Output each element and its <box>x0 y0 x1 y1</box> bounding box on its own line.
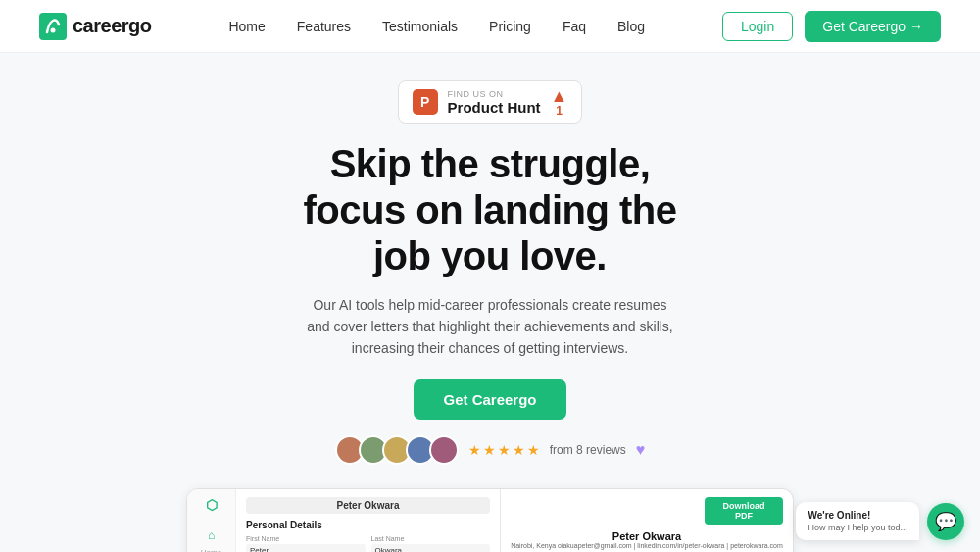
svg-point-1 <box>51 27 56 32</box>
logo-text: careergo <box>73 15 152 37</box>
form-section-title: Personal Details <box>246 520 490 530</box>
nav-blog[interactable]: Blog <box>617 19 645 34</box>
headline-line3: job you love. <box>373 234 607 277</box>
last-name-field: Last Name Okwara <box>371 535 491 552</box>
chat-bubble-text: How may I help you tod... <box>808 523 907 532</box>
preview-form-content: Peter Okwara Personal Details First Name… <box>236 489 500 552</box>
product-hunt-badge[interactable]: P FIND US ON Product Hunt ▲ 1 <box>398 80 583 124</box>
nav-actions: Login Get Careergo → <box>722 11 941 42</box>
form-name-row: First Name Peter Last Name Okwara <box>246 535 490 552</box>
preview-form-panel: ⬡ ⌂ Home 📄 Resumes 📝 Cover Peter Okwara … <box>187 489 501 552</box>
hero-subtext: Our AI tools help mid-career professiona… <box>304 294 676 360</box>
svg-rect-0 <box>39 13 67 40</box>
ph-vote-section: ▲ 1 <box>551 87 568 117</box>
first-name-field: First Name Peter <box>246 535 366 552</box>
hero-cta-button[interactable]: Get Careergo <box>414 379 565 420</box>
nav-faq[interactable]: Faq <box>563 19 586 34</box>
product-hunt-text: FIND US ON Product Hunt <box>448 89 541 116</box>
login-button[interactable]: Login <box>722 12 793 41</box>
nav-links: Home Features Testimonials Pricing Faq B… <box>228 19 645 34</box>
first-name-input[interactable]: Peter <box>246 544 366 552</box>
hero-section: P FIND US ON Product Hunt ▲ 1 Skip the s… <box>0 53 980 488</box>
star-2: ★ <box>483 442 496 458</box>
star-4: ★ <box>513 442 525 458</box>
nav-home[interactable]: Home <box>228 19 265 34</box>
reviews-text: from 8 reviews <box>550 443 626 457</box>
avatar <box>429 435 459 465</box>
headline-line1: Skip the struggle, <box>330 142 651 185</box>
nav-testimonials[interactable]: Testimonials <box>382 19 458 34</box>
logo-icon <box>39 13 67 40</box>
star-5: ★ <box>527 442 540 458</box>
preview-resume-panel: Download PDF Peter Okwara Nairobi, Kenya… <box>501 489 793 552</box>
chat-bubble-title: We're Online! <box>808 510 907 521</box>
app-preview: ⬡ ⌂ Home 📄 Resumes 📝 Cover Peter Okwara … <box>186 488 794 552</box>
chat-icon: 💬 <box>935 511 956 532</box>
ph-arrow-icon: ▲ <box>551 87 568 105</box>
download-pdf-button[interactable]: Download PDF <box>705 497 783 525</box>
heart-icon: ♥ <box>636 441 646 459</box>
star-1: ★ <box>468 442 481 458</box>
navbar: careergo Home Features Testimonials Pric… <box>0 0 980 53</box>
last-name-label: Last Name <box>371 535 491 542</box>
sidebar-home-item[interactable]: ⌂ Home <box>201 525 222 552</box>
form-person-name: Peter Okwara <box>246 497 490 514</box>
logo[interactable]: careergo <box>39 13 152 40</box>
ph-vote-count: 1 <box>556 105 563 117</box>
resume-contact: Nairobi, Kenya oiakuapeter@gmail.com | l… <box>511 542 783 549</box>
reviews-row: ★ ★ ★ ★ ★ from 8 reviews ♥ <box>335 435 646 465</box>
star-rating: ★ ★ ★ ★ ★ <box>468 442 540 458</box>
nav-features[interactable]: Features <box>297 19 351 34</box>
headline-line2: focus on landing the <box>303 188 676 231</box>
ph-name-text: Product Hunt <box>448 99 541 116</box>
last-name-input[interactable]: Okwara <box>371 544 491 552</box>
nav-pricing[interactable]: Pricing <box>489 19 531 34</box>
get-careergo-button[interactable]: Get Careergo → <box>805 11 941 42</box>
star-3: ★ <box>498 442 511 458</box>
chat-widget: We're Online! How may I help you tod... … <box>796 502 964 540</box>
chat-bubble: We're Online! How may I help you tod... <box>796 502 919 540</box>
ph-find-text: FIND US ON <box>448 89 504 99</box>
sidebar-logo-icon: ⬡ <box>206 497 218 513</box>
product-hunt-icon: P <box>413 89 438 115</box>
chat-open-button[interactable]: 💬 <box>927 503 964 540</box>
avatar-group <box>335 435 459 465</box>
home-icon: ⌂ <box>201 525 222 546</box>
preview-sidebar: ⬡ ⌂ Home 📄 Resumes 📝 Cover <box>187 489 236 552</box>
hero-headline: Skip the struggle, focus on landing the … <box>303 141 676 280</box>
resume-name: Peter Okwara <box>511 530 783 542</box>
first-name-label: First Name <box>246 535 366 542</box>
